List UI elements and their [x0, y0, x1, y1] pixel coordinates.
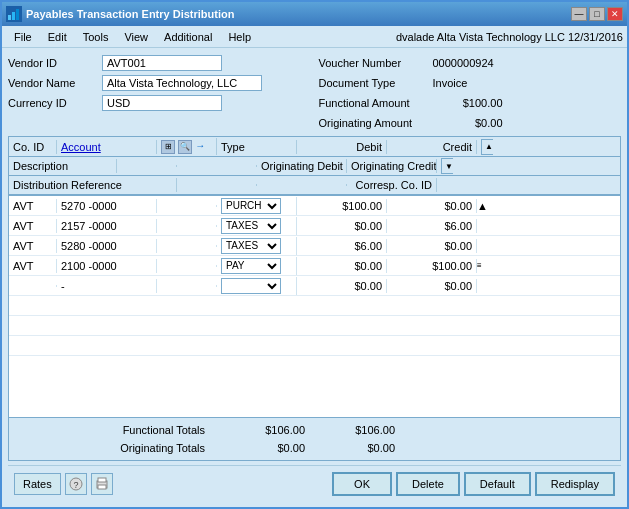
grid-header-area: Co. ID Account ⊞ 🔍 → Type Debit Credit ▲ — [9, 137, 620, 196]
row1-co-id: AVT — [9, 199, 57, 213]
col-orig-credit: Originating Credit — [347, 159, 437, 173]
vendor-name-label: Vendor Name — [8, 77, 98, 89]
table-row — [9, 316, 620, 336]
originating-amount-label: Originating Amount — [319, 117, 429, 129]
functional-amount-value: $100.00 — [433, 97, 503, 109]
row1-type: PURCH — [217, 197, 297, 215]
table-row — [9, 336, 620, 356]
scrollbar-top: ▲ — [477, 138, 493, 156]
delete-button[interactable]: Delete — [396, 472, 460, 496]
menu-additional[interactable]: Additional — [156, 29, 220, 45]
col-empty — [257, 184, 347, 186]
table-row: AVT 5270 -0000 PURCH $100.00 $0.00 ▲ — [9, 196, 620, 216]
main-window: Payables Transaction Entry Distribution … — [0, 0, 629, 509]
row3-account[interactable]: 5280 -0000 — [57, 239, 157, 253]
table-row: AVT 2157 -0000 TAXES $0.00 $6.00 — [9, 216, 620, 236]
scrollbar-down-area: ▼ — [437, 157, 453, 175]
grid-body: AVT 5270 -0000 PURCH $100.00 $0.00 ▲ AVT… — [9, 196, 620, 417]
functional-totals-credit: $106.00 — [305, 424, 395, 436]
grid-distref-headers: Distribution Reference Corresp. Co. ID — [9, 176, 620, 194]
col-description: Description — [9, 159, 117, 173]
menu-bar: File Edit Tools View Additional Help dva… — [2, 26, 627, 48]
default-button[interactable]: Default — [464, 472, 531, 496]
row1-type-select[interactable]: PURCH — [221, 198, 281, 214]
scroll-down-btn[interactable]: ▼ — [441, 158, 453, 174]
footer-left: Rates ? — [14, 473, 113, 495]
row4-scroll: ≡ — [477, 261, 493, 270]
col-account-icons: ⊞ 🔍 → — [157, 138, 217, 155]
col-spacer — [117, 165, 177, 167]
functional-totals-row: Functional Totals $106.00 $106.00 — [15, 421, 614, 439]
empty-row1 — [9, 305, 620, 307]
currency-id-row: Currency ID USD — [8, 94, 311, 112]
row4-type: PAY — [217, 257, 297, 275]
zoom-icon[interactable]: ⊞ — [161, 140, 175, 154]
functional-totals-debit: $106.00 — [215, 424, 305, 436]
row3-type: TAXES — [217, 237, 297, 255]
empty-row3 — [9, 345, 620, 347]
row1-debit: $100.00 — [297, 199, 387, 213]
col-debit: Debit — [297, 140, 387, 154]
currency-id-value: USD — [102, 95, 222, 111]
row1-scroll: ▲ — [477, 200, 493, 212]
app-icon — [6, 6, 22, 22]
svg-rect-6 — [98, 478, 106, 482]
row4-credit: $100.00 — [387, 259, 477, 273]
menu-file[interactable]: File — [6, 29, 40, 45]
header-section: Vendor ID AVT001 Vendor Name Alta Vista … — [8, 54, 621, 132]
ok-button[interactable]: OK — [332, 472, 392, 496]
col-credit: Credit — [387, 140, 477, 154]
content-area: Vendor ID AVT001 Vendor Name Alta Vista … — [2, 48, 627, 507]
col-co-id: Co. ID — [9, 140, 57, 154]
voucher-number-row: Voucher Number 0000000924 — [319, 54, 622, 72]
close-button[interactable]: ✕ — [607, 7, 623, 21]
row5-account[interactable]: - — [57, 279, 157, 293]
svg-rect-2 — [16, 9, 19, 20]
row3-co-id: AVT — [9, 239, 57, 253]
row5-type-select[interactable] — [221, 278, 281, 294]
table-row: AVT 2100 -0000 PAY $0.00 $100.00 ≡ — [9, 256, 620, 276]
row5-credit: $0.00 — [387, 279, 477, 293]
header-left: Vendor ID AVT001 Vendor Name Alta Vista … — [8, 54, 311, 132]
redisplay-button[interactable]: Redisplay — [535, 472, 615, 496]
col-dist-ref: Distribution Reference — [9, 178, 177, 192]
row3-icons — [157, 245, 217, 247]
col-type: Type — [217, 140, 297, 154]
row3-debit: $6.00 — [297, 239, 387, 253]
svg-rect-1 — [12, 12, 15, 20]
col-account[interactable]: Account — [57, 140, 157, 154]
row2-account[interactable]: 2157 -0000 — [57, 219, 157, 233]
help-icon-btn[interactable]: ? — [65, 473, 87, 495]
lookup-icon[interactable]: 🔍 — [178, 140, 192, 154]
maximize-button[interactable]: □ — [589, 7, 605, 21]
row3-type-select[interactable]: TAXES — [221, 238, 281, 254]
row5-type — [217, 277, 297, 295]
row5-debit: $0.00 — [297, 279, 387, 293]
row5-icons — [157, 285, 217, 287]
menu-tools[interactable]: Tools — [75, 29, 117, 45]
menu-help[interactable]: Help — [220, 29, 259, 45]
row1-account[interactable]: 5270 -0000 — [57, 199, 157, 213]
row2-type-select[interactable]: TAXES — [221, 218, 281, 234]
rates-button[interactable]: Rates — [14, 473, 61, 495]
originating-amount-value: $0.00 — [433, 117, 503, 129]
window-title: Payables Transaction Entry Distribution — [26, 8, 234, 20]
vendor-id-row: Vendor ID AVT001 — [8, 54, 311, 72]
scroll-up-btn[interactable]: ▲ — [481, 139, 493, 155]
row2-credit: $6.00 — [387, 219, 477, 233]
vendor-name-value: Alta Vista Technology, LLC — [102, 75, 262, 91]
functional-amount-row: Functional Amount $100.00 — [319, 94, 622, 112]
col-type3 — [177, 184, 257, 186]
row1-credit: $0.00 — [387, 199, 477, 213]
footer-right: OK Delete Default Redisplay — [332, 472, 615, 496]
minimize-button[interactable]: — — [571, 7, 587, 21]
row4-account[interactable]: 2100 -0000 — [57, 259, 157, 273]
print-icon-btn[interactable] — [91, 473, 113, 495]
user-info: dvalade Alta Vista Technology LLC 12/31/… — [396, 31, 623, 43]
menu-edit[interactable]: Edit — [40, 29, 75, 45]
row4-type-select[interactable]: PAY — [221, 258, 281, 274]
row2-icons — [157, 225, 217, 227]
empty-row2 — [9, 325, 620, 327]
row5-co-id — [9, 285, 57, 287]
menu-view[interactable]: View — [116, 29, 156, 45]
